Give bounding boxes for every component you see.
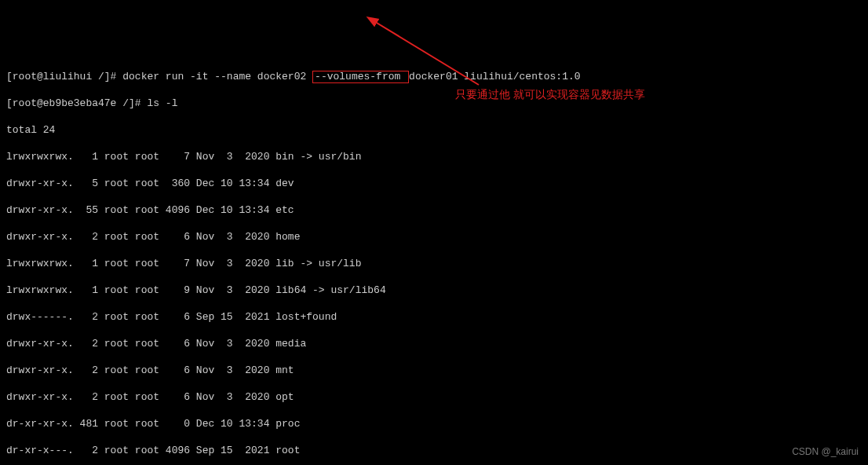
annotation-text: 只要通过他 就可以实现容器见数据共享: [455, 88, 645, 101]
file-entry: lrwxrwxrwx. 1 root root 7 Nov 3 2020 bin…: [6, 150, 862, 163]
total-line: total 24: [6, 123, 862, 137]
file-entry: dr-xr-xr-x. 481 root root 0 Dec 10 13:34…: [6, 417, 862, 430]
watermark: CSDN @_kairui: [792, 445, 859, 459]
file-entry: drwxr-xr-x. 5 root root 360 Dec 10 13:34…: [6, 177, 862, 190]
file-entry: drwxr-xr-x. 2 root root 6 Nov 3 2020 med…: [6, 337, 862, 350]
highlight-volumes-from: --volumes-from: [312, 71, 409, 83]
file-entry: lrwxrwxrwx. 1 root root 9 Nov 3 2020 lib…: [6, 284, 862, 297]
file-entry: drwxr-xr-x. 2 root root 6 Nov 3 2020 mnt: [6, 364, 862, 377]
file-entry: drwx------. 2 root root 6 Sep 15 2021 lo…: [6, 310, 862, 324]
command-line-2: [root@eb9be3eba47e /]# ls -l: [6, 97, 862, 110]
file-entry: drwxr-xr-x. 2 root root 6 Nov 3 2020 hom…: [6, 230, 862, 243]
command-line-1: [root@liulihui /]# docker run -it --name…: [6, 70, 862, 83]
file-entry: lrwxrwxrwx. 1 root root 7 Nov 3 2020 lib…: [6, 257, 862, 270]
file-entry: drwxr-xr-x. 55 root root 4096 Dec 10 13:…: [6, 203, 862, 217]
prompt-text: [root@liulihui /]# docker run -it --name…: [6, 71, 312, 82]
command-suffix: docker01 liulihui/centos:1.0: [409, 71, 580, 82]
file-entry: dr-xr-x---. 2 root root 4096 Sep 15 2021…: [6, 444, 862, 457]
file-entry: drwxr-xr-x. 2 root root 6 Nov 3 2020 opt: [6, 390, 862, 404]
terminal-output[interactable]: [root@liulihui /]# docker run -it --name…: [0, 53, 868, 465]
